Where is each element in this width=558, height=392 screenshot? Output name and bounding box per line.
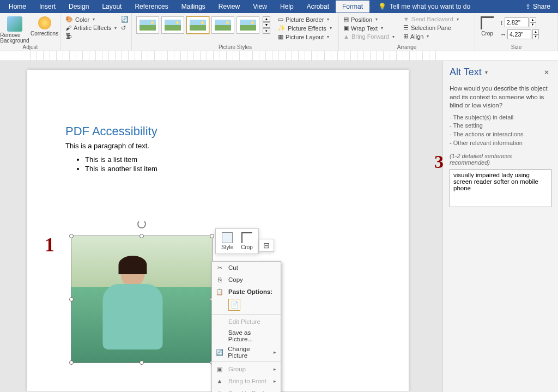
group-adjust-label: Adjust — [0, 44, 60, 50]
reset-picture-button[interactable]: ↺ — [120, 24, 130, 32]
picture-effects-button[interactable]: ✨Picture Effects▾ — [277, 24, 333, 32]
menu-save-as-picture[interactable]: Save as Picture... — [212, 328, 281, 344]
tab-references[interactable]: References — [128, 1, 174, 13]
tab-help[interactable]: Help — [274, 1, 300, 13]
list-item[interactable]: This is another list item — [85, 165, 371, 173]
corrections-label: Corrections — [31, 31, 58, 37]
align-button[interactable]: ⊞Align▾ — [402, 32, 460, 40]
tell-me-search[interactable]: 💡 Tell me what you want to do — [378, 3, 470, 10]
resize-handle-l[interactable] — [69, 297, 74, 301]
compress-button[interactable]: 🗜 — [64, 32, 118, 40]
bring-forward-button[interactable]: ▲Bring Forward▾ — [342, 33, 396, 40]
style-thumb-2[interactable] — [161, 16, 184, 34]
paste-header-label: Paste Options: — [228, 288, 272, 295]
position-icon: ▤ — [343, 16, 349, 23]
copy-icon: ⎘ — [215, 275, 224, 284]
selection-label: Selection Pane — [411, 25, 451, 31]
tab-design[interactable]: Design — [62, 1, 95, 13]
reset-icon: ↺ — [121, 25, 126, 32]
picture-layout-button[interactable]: ▦Picture Layout▾ — [277, 33, 333, 41]
tell-me-label: Tell me what you want to do — [390, 3, 470, 10]
height-down[interactable]: ▼ — [530, 22, 536, 27]
width-input[interactable] — [507, 29, 531, 39]
artistic-effects-button[interactable]: 🖌Artistic Effects▾ — [64, 24, 118, 32]
callout-3: 3 — [434, 152, 444, 172]
style-thumb-3[interactable] — [186, 16, 209, 34]
height-icon: ↕ — [500, 19, 504, 26]
layout-icon: ▦ — [278, 33, 283, 40]
document-heading[interactable]: PDF Accessibility — [65, 124, 371, 138]
tab-view[interactable]: View — [246, 1, 274, 13]
tab-review[interactable]: Review — [212, 1, 246, 13]
change-label: Change Picture — [228, 346, 269, 359]
mini-style-button[interactable]: Style — [218, 231, 236, 251]
change-picture-button[interactable]: 🔄 — [120, 15, 130, 23]
position-button[interactable]: ▤Position▾ — [342, 15, 396, 23]
tab-insert[interactable]: Insert — [33, 1, 62, 13]
remove-background-button[interactable]: Remove Background — [3, 15, 26, 45]
position-label: Position — [351, 16, 372, 23]
color-button[interactable]: 🎨Color▾ — [64, 15, 118, 23]
resize-handle-tl[interactable] — [69, 234, 74, 238]
style-thumb-5[interactable] — [236, 16, 259, 34]
document-paragraph[interactable]: This is a paragraph of text. — [65, 142, 371, 150]
cut-label: Cut — [228, 264, 238, 271]
clipboard-icon: 📋 — [215, 287, 224, 296]
list-item[interactable]: This is a list item — [85, 155, 371, 164]
image-content — [71, 236, 212, 363]
send-backward-button[interactable]: ▼Send Backward▾ — [402, 15, 460, 23]
mini-crop-button[interactable]: Crop — [238, 231, 256, 251]
tab-home[interactable]: Home — [2, 1, 33, 13]
gallery-more[interactable]: ▾ — [263, 28, 270, 34]
pane-title-label: Alt Text — [450, 67, 482, 78]
swap-icon: 🔄 — [121, 16, 129, 23]
width-icon: ↔ — [500, 31, 506, 38]
crop-button[interactable]: Crop — [478, 15, 496, 38]
gallery-down[interactable]: ▼ — [263, 22, 270, 28]
tab-acrobat[interactable]: Acrobat — [300, 1, 336, 13]
menu-group: ▣Group▸ — [212, 363, 281, 375]
tab-format[interactable]: Format — [336, 1, 369, 13]
alt-text-input[interactable] — [450, 169, 551, 207]
width-down[interactable]: ▼ — [532, 34, 539, 39]
style-thumb-4[interactable] — [211, 16, 234, 34]
pane-options-button[interactable]: ▾ — [482, 69, 491, 75]
selection-pane-button[interactable]: ☰Selection Pane — [402, 23, 460, 32]
horizontal-ruler[interactable] — [0, 51, 558, 61]
menu-change-picture[interactable]: 🔄Change Picture▸ — [212, 344, 281, 360]
crop-icon — [481, 16, 494, 29]
rotate-handle[interactable] — [137, 220, 146, 228]
menu-bring-to-front: ▲Bring to Front▸ — [212, 375, 281, 387]
height-up[interactable]: ▲ — [530, 17, 536, 22]
tab-mailings[interactable]: Mailings — [175, 1, 212, 13]
pane-close-button[interactable]: ✕ — [542, 69, 551, 76]
paste-option-keep-source[interactable]: 📄 — [228, 299, 240, 311]
wrap-text-button[interactable]: ▣Wrap Text▾ — [342, 24, 396, 32]
width-up[interactable]: ▲ — [532, 29, 539, 34]
height-input[interactable] — [505, 17, 529, 27]
menu-send-to-back: ▼Send to Back▸ — [212, 387, 281, 392]
layout-options-button[interactable]: ⊟ — [259, 239, 274, 252]
style-thumb-1[interactable] — [136, 16, 159, 34]
selected-image[interactable] — [71, 236, 213, 363]
resize-handle-tr[interactable] — [210, 234, 214, 238]
tab-layout[interactable]: Layout — [95, 1, 128, 13]
remove-bg-label: Remove Background — [0, 33, 29, 44]
group-styles-label: Picture Styles — [132, 44, 338, 50]
resize-handle-b[interactable] — [140, 360, 144, 365]
resize-handle-bl[interactable] — [69, 360, 74, 365]
resize-handle-t[interactable] — [140, 234, 144, 238]
menu-edit-picture: Edit Picture — [212, 316, 281, 328]
menu-cut[interactable]: ✂Cut — [212, 262, 281, 274]
gallery-up[interactable]: ▲ — [263, 16, 270, 22]
corrections-button[interactable]: Corrections — [28, 15, 60, 38]
remove-bg-icon — [7, 16, 22, 32]
wrap-label: Wrap Text — [351, 25, 378, 32]
share-button[interactable]: ⇪ Share — [525, 3, 550, 10]
style-icon — [222, 232, 233, 243]
pic-layout-label: Picture Layout — [286, 34, 324, 40]
mini-toolbar: Style Crop — [215, 228, 259, 254]
menu-copy[interactable]: ⎘Copy — [212, 274, 281, 286]
mini-style-label: Style — [221, 244, 233, 250]
picture-border-button[interactable]: ▭Picture Border▾ — [277, 15, 333, 23]
